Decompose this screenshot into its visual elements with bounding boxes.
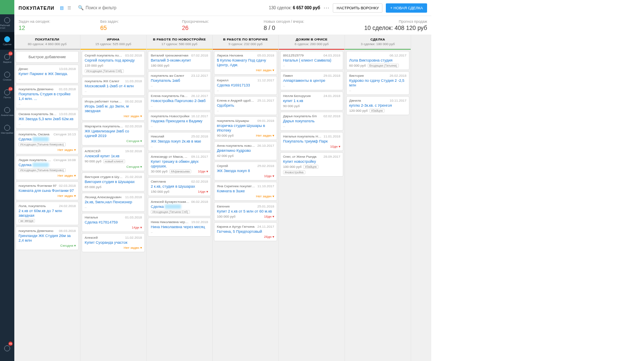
analytics-icon <box>4 107 10 113</box>
column: В РАБОТЕ ПО ВТОРИЧКЕ9 сделок: 232 000 ру… <box>213 35 279 361</box>
dashboard-icon <box>4 17 10 23</box>
deal-card[interactable]: Алексей Бухарестская ул.д.9406.02.2018Сд… <box>148 197 211 216</box>
lists-icon <box>4 72 10 78</box>
sidebar-item-Сделки[interactable]: Сделки <box>0 32 14 50</box>
list-view-icon[interactable]: ☰ <box>66 5 72 11</box>
board-view-icon[interactable]: ▥ <box>59 5 64 11</box>
deal-card[interactable]: покупатель Девяткино06.03.2018Гринланди … <box>16 226 79 250</box>
column: ДОЖИМ В ОФИСЕ6 сделок: 280 000 руб891125… <box>279 35 345 361</box>
deal-card[interactable]: 06.12.2017Лола Викторовна студия60 000 р… <box>346 51 409 70</box>
column-header: ИРИНА15 сделок: 525 000 руб <box>80 35 146 49</box>
column: ИРИНА15 сделок: 525 000 рубСергей покупа… <box>80 35 147 361</box>
deal-card[interactable]: Нелля Белорусия24.01.2018купит 1 к.кв90 … <box>280 92 343 110</box>
sidebar-item-Задачи[interactable]: Задачи12 <box>0 50 14 67</box>
deal-card[interactable]: Виталий трехкомнатная07.02.2018Виталий 3… <box>148 51 211 70</box>
column: В РАБОТЕ ПО НОВОСТРОЙКЕ17 сделок: 580 00… <box>147 35 213 361</box>
deal-card[interactable]: Павел29.01.2018Аппартаменты в центре– <box>280 71 343 90</box>
deal-card[interactable]: Александр от Макса, ...09.11.2017Купит т… <box>148 152 211 176</box>
deal-card[interactable]: Евгения25.01.2018Купит 2 к.кв от 5 млн о… <box>214 202 277 221</box>
deal-card[interactable]: Яна Скрипник покупатель Римског-Корсаков… <box>214 182 277 201</box>
stat-block: Просроченных:26 <box>182 19 264 31</box>
sidebar-item-Рабочий стол[interactable]: Рабочий стол <box>0 14 14 32</box>
deal-card[interactable]: покупатель Шушары09.01.2018вторичка студ… <box>214 116 277 140</box>
deal-card[interactable]: Елена покупатель Парголово26.12.2017Ново… <box>148 92 211 110</box>
page-title: ПОКУПАТЕЛИ <box>19 5 54 11</box>
deal-card[interactable]: покупатель Девяткино01.03.2018Покупатель… <box>16 85 79 108</box>
sidebar-item-Настройки[interactable]: Настройки <box>0 121 14 138</box>
deal-card[interactable]: Виктория26.02.2018Кудрово по сдачу Студи… <box>346 71 409 95</box>
sidebar-item-Аналитика[interactable]: Аналитика <box>0 103 14 121</box>
deal-card[interactable]: Нина Николаевна через месяц19.02.2018Нин… <box>148 218 211 237</box>
deal-card[interactable]: Сергей25.02.2018ЖК Звезда покуп 810дн ▾ <box>214 162 277 180</box>
column-header: В РАБОТЕ ПО НОВОСТРОЙКЕ17 сделок: 580 00… <box>147 35 212 49</box>
sidebar: Рабочий столСделкиЗадачи12СпискиПочта14А… <box>0 0 14 361</box>
deal-card[interactable]: Виктория студия в Шушарах21.02.2018Викто… <box>82 172 145 191</box>
chat-icon[interactable]: 43 <box>0 340 14 358</box>
deal-card[interactable]: покупатель Новостройки16.12.2017Надежа П… <box>148 112 211 131</box>
column: ПОКУПАТЕЛИ80 сделок: 4 860 000 рубБыстро… <box>14 35 80 361</box>
stat-block: Новых сегодня / вчера:8 / 0 <box>264 19 345 31</box>
deal-card[interactable]: Лариса Ниловна05.03.2018$ Куплю Комнату … <box>214 51 277 75</box>
deal-card[interactable]: Наталья01.03.2018Сделка #1781475914дн ▾ <box>82 213 145 232</box>
deal-card[interactable]: АЛЕКСЕЙ19.02.2018Алексей купит 1к.кв90 0… <box>82 147 145 171</box>
column-header: ДОЖИМ В ОФИСЕ6 сделок: 280 000 руб <box>279 35 345 49</box>
sidebar-item-Почта[interactable]: Почта14 <box>0 85 14 103</box>
column: СДЕЛКА3 сделки: 180 000 руб 06.12.2017Ло… <box>345 35 411 361</box>
new-deal-button[interactable]: + НОВАЯ СДЕЛКА <box>386 3 427 13</box>
quick-add[interactable]: Быстрое добавление <box>16 51 79 63</box>
column-header: СДЕЛКА3 сделки: 180 000 руб <box>345 35 411 49</box>
deal-card[interactable]: Маргарита покупатель Жк Цивилизация02.03… <box>82 122 145 145</box>
deal-card[interactable]: покупатель жк Салют23.12.2017Покупатель … <box>148 71 211 90</box>
stat-block: Без задач:65 <box>100 19 182 31</box>
deal-card[interactable]: покупатель ЖК Салют11.03.2018Московский … <box>82 77 145 96</box>
deal-card[interactable]: Карина и Артур Гатчина24.11.2017Гатчина,… <box>214 222 277 241</box>
deal-card[interactable]: Игорь работает только с нами06.02.2018Иг… <box>82 97 145 121</box>
deal-card[interactable]: Данила10.11.2017куплю 2-3к.кв. с Уренгоя… <box>346 96 409 115</box>
deal-card[interactable]: Алексей11.02.2018Купит Суоранда участокН… <box>82 233 145 252</box>
search-input[interactable] <box>86 5 136 10</box>
stats-bar: Задач на сегодня:12Без задач:65Просрочен… <box>14 16 431 35</box>
topbar: ПОКУПАТЕЛИ ▥ ☰ 🔍 130 сделок: 6 657 000 р… <box>14 0 431 16</box>
deal-card[interactable]: Николай25.02.2018ЖК Звезда покуп 2к.кв в… <box>148 132 211 151</box>
deal-card[interactable]: Анна покупатель новостройка26.10.2017Дев… <box>214 141 277 160</box>
deal-card[interactable]: Леонид Александрович11.03.20182к.кв, 5мл… <box>82 193 145 212</box>
sidebar-item-Списки[interactable]: Списки <box>0 67 14 85</box>
deal-card[interactable]: Олег, от Жени Рында28.09.2017Купит новос… <box>280 152 343 177</box>
deal-card[interactable]: Наталья покупатель Новостройка11.01.2018… <box>280 132 343 151</box>
more-icon[interactable]: ⋯ <box>323 5 329 11</box>
configure-funnel-button[interactable]: НАСТРОИТЬ ВОРОНКУ <box>333 3 382 13</box>
avatar[interactable] <box>0 0 14 14</box>
main: ПОКУПАТЕЛИ ▥ ☰ 🔍 130 сделок: 6 657 000 р… <box>14 0 431 361</box>
view-toggle[interactable]: ▥ ☰ <box>59 5 72 11</box>
settings-icon <box>4 125 10 131</box>
search-icon: 🔍 <box>78 5 84 11</box>
deal-card[interactable]: Лола, покупатель24.02.20182 к.кв от 60м.… <box>16 202 79 225</box>
deal-card[interactable]: Дарья покупатель б/п02.02.2018Дарья поку… <box>280 112 343 131</box>
deals-icon <box>4 36 10 42</box>
stat-block: Задач на сегодня:12 <box>19 19 100 31</box>
stat-block: Прогноз продаж10 сделок: 408 120 руб <box>345 19 427 31</box>
deal-card[interactable]: 8911251577904.03.2018Наталья ( клиент Са… <box>280 51 343 70</box>
deal-card[interactable]: Лидия покупатель ЖК ЗвездаСегодня 16:08С… <box>16 156 79 180</box>
deal-card[interactable]: Светлана02.02.20182 к.кв, студия в Шушар… <box>148 177 211 196</box>
kanban-board: ПОКУПАТЕЛИ80 сделок: 4 860 000 рубБыстро… <box>14 35 431 361</box>
search-box[interactable]: 🔍 <box>78 5 136 11</box>
deal-card[interactable]: покупатель, ОксанаСегодня 16:13Сделка xx… <box>16 130 79 154</box>
deal-card[interactable]: Оксана покупатель Звезда13.03.2018ЖК Зве… <box>16 110 79 129</box>
deal-card[interactable]: Елена и Андрей одобрить в дельте25.11.20… <box>214 96 277 115</box>
deal-card[interactable]: Кирилл11.12.2017Сделка #16917133– <box>214 76 277 95</box>
column-header: ПОКУПАТЕЛИ80 сделок: 4 860 000 руб <box>14 35 80 49</box>
total-stats: 130 сделок: 6 657 000 руб <box>269 5 320 10</box>
deal-card[interactable]: Сергей покупатель под аренду03.02.2018Се… <box>82 51 145 75</box>
deal-card[interactable]: Денис13.03.2018Купит Паркинг в ЖК Звезда… <box>16 65 79 84</box>
deal-card[interactable]: покупатель Фонтанки 9702.03.2018Комната … <box>16 181 79 200</box>
column-header: В РАБОТЕ ПО ВТОРИЧКЕ9 сделок: 232 000 ру… <box>213 35 278 49</box>
